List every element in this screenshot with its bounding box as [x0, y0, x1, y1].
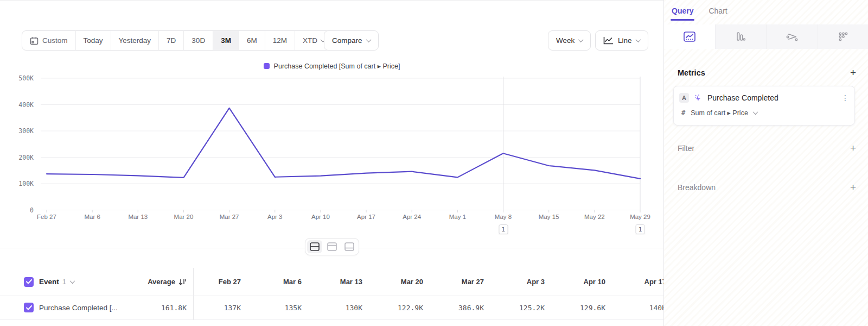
- y-axis-label: 500K: [0, 74, 34, 82]
- metric-value-cell: 122.9K: [375, 304, 436, 312]
- event-sparkle-icon: [694, 93, 703, 102]
- x-axis-label: Mar 27: [220, 214, 239, 220]
- insights-report: CustomTodayYesterday7D30D3M6M12MXTD Comp…: [0, 0, 868, 326]
- x-axis-label: Feb 27: [37, 214, 56, 220]
- metric-letter-badge: A: [679, 93, 689, 103]
- select-all-checkbox[interactable]: [24, 277, 34, 287]
- funnels-view-button[interactable]: [715, 24, 767, 49]
- split-view-button[interactable]: [307, 240, 322, 253]
- aggregation-label: Sum of cart ▸ Price: [691, 109, 748, 117]
- date-column-header[interactable]: Mar 20: [375, 278, 436, 286]
- date-column-header[interactable]: Feb 27: [193, 278, 254, 286]
- table-only-view-button[interactable]: [342, 240, 357, 253]
- date-column-header[interactable]: Apr 10: [558, 278, 618, 286]
- date-column-header[interactable]: Mar 13: [315, 278, 375, 286]
- annotation-badge[interactable]: 1: [499, 224, 508, 234]
- report-main-area: CustomTodayYesterday7D30D3M6M12MXTD Comp…: [0, 0, 663, 326]
- average-value: 161.8K: [161, 304, 187, 312]
- date-column-header[interactable]: Mar 27: [436, 278, 497, 286]
- x-axis-label: Mar 6: [84, 214, 100, 220]
- metric-card[interactable]: A Purchase Completed ⋮ # Sum of cart ▸ P…: [673, 86, 855, 126]
- x-axis-label: May 1: [449, 214, 466, 220]
- y-axis-label: 200K: [0, 154, 34, 161]
- average-column-header[interactable]: Average: [125, 278, 187, 286]
- y-axis-label: 0: [0, 206, 34, 214]
- query-builder-panel: Query Chart: [663, 0, 868, 326]
- series-line: [47, 108, 640, 179]
- date-column-header[interactable]: Apr 3: [497, 278, 558, 286]
- breakdown-section-header: Breakdown +: [678, 182, 856, 192]
- breakdown-table: Event 1 Average Feb 27Mar 6Mar 13Mar 20M…: [0, 268, 663, 326]
- kebab-menu-icon[interactable]: ⋮: [841, 93, 849, 102]
- line-chart[interactable]: [0, 1, 663, 250]
- retention-view-button[interactable]: [818, 24, 868, 49]
- flows-icon: [786, 32, 798, 42]
- layout-toggle-group: [305, 238, 359, 255]
- metric-value-cell: 386.9K: [436, 304, 497, 312]
- tab-chart[interactable]: Chart: [709, 7, 727, 21]
- flows-view-button[interactable]: [766, 24, 818, 49]
- x-axis-label: Mar 20: [174, 214, 194, 220]
- metric-value-cell: 129.6K: [558, 304, 618, 312]
- metric-value-cell: 130K: [315, 304, 375, 312]
- x-axis-label: Apr 24: [403, 214, 421, 220]
- metrics-title: Metrics: [678, 68, 705, 77]
- add-breakdown-button[interactable]: +: [850, 182, 856, 192]
- numeric-property-icon: #: [681, 109, 685, 117]
- filter-section-header: Filter +: [678, 143, 856, 153]
- metric-name: Purchase Completed: [707, 93, 837, 102]
- insights-line-chart-icon: [684, 32, 695, 42]
- chart-only-icon: [327, 242, 337, 251]
- event-header-label: Event: [39, 278, 59, 286]
- event-count: 1: [62, 278, 66, 286]
- breakdown-title: Breakdown: [678, 183, 716, 192]
- x-axis-label: Mar 13: [128, 214, 148, 220]
- checkmark-icon: [26, 305, 32, 310]
- visualization-switcher: [664, 24, 868, 49]
- insights-view-button[interactable]: [664, 24, 715, 49]
- panel-tabs: Query Chart: [672, 7, 727, 21]
- metrics-section-header: Metrics +: [678, 67, 856, 78]
- sort-descending-icon: [178, 278, 187, 286]
- y-axis-label: 100K: [0, 180, 34, 187]
- chart-only-view-button[interactable]: [324, 240, 340, 253]
- table-row: Purchase Completed [... 161.8K 137K135K1…: [0, 296, 663, 319]
- annotation-badge[interactable]: 1: [636, 224, 645, 234]
- metric-value-cell: 135K: [254, 304, 315, 312]
- date-column-header[interactable]: Mar 6: [254, 278, 315, 286]
- x-axis-label: May 29: [630, 214, 650, 220]
- chevron-down-icon[interactable]: [70, 278, 75, 284]
- retention-dots-icon: [838, 32, 848, 42]
- tab-query[interactable]: Query: [672, 7, 693, 21]
- average-label: Average: [148, 278, 175, 286]
- x-axis-label: Apr 10: [311, 214, 330, 220]
- x-axis-label: Apr 3: [267, 214, 283, 220]
- row-name: Purchase Completed [...: [39, 304, 118, 312]
- chevron-down-icon: [752, 109, 758, 115]
- aggregation-selector[interactable]: # Sum of cart ▸ Price: [681, 109, 757, 117]
- row-checkbox[interactable]: [24, 303, 34, 312]
- date-column-header[interactable]: Apr 17: [618, 278, 663, 286]
- metric-value-cell: 140K: [618, 304, 663, 312]
- table-only-icon: [344, 242, 354, 251]
- x-axis-label: May 22: [584, 214, 605, 220]
- add-filter-button[interactable]: +: [850, 143, 856, 153]
- checkmark-icon: [26, 279, 32, 284]
- y-axis-label: 400K: [0, 101, 34, 109]
- y-axis-label: 300K: [0, 127, 34, 135]
- metric-value-cell: 137K: [193, 304, 254, 312]
- x-axis-label: Apr 17: [357, 214, 375, 220]
- table-header-row: Event 1 Average Feb 27Mar 6Mar 13Mar 20M…: [0, 268, 663, 296]
- x-axis-label: May 8: [495, 214, 512, 220]
- split-view-icon: [310, 242, 320, 251]
- metric-value-cell: 125.2K: [497, 304, 558, 312]
- add-metric-button[interactable]: +: [850, 67, 856, 78]
- funnels-bars-icon: [735, 32, 746, 42]
- filter-title: Filter: [678, 144, 694, 153]
- x-axis-label: May 15: [539, 214, 559, 220]
